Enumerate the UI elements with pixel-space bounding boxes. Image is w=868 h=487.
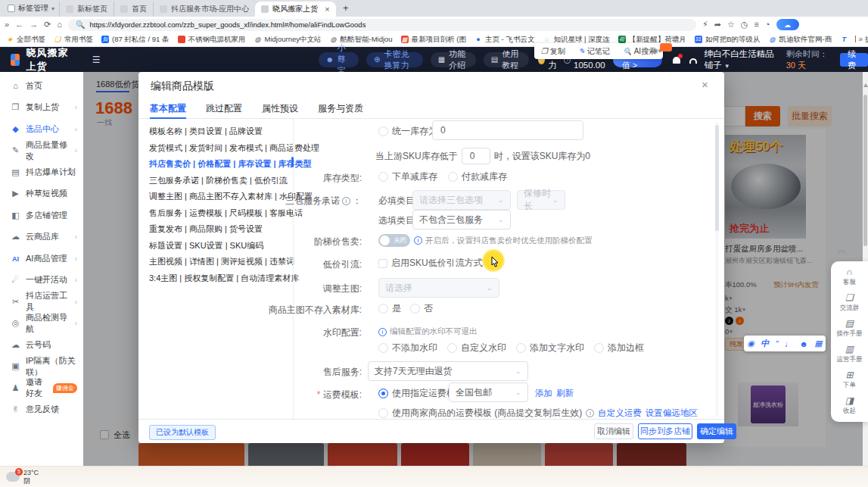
bookmark-item[interactable]: 不锈钢电源机家用 [178,35,246,45]
unified-stock-input[interactable]: 0 [432,120,583,140]
clipboard-tool-button[interactable]: 复制 [541,46,565,57]
sidebar-item[interactable]: 云号码 [0,334,83,356]
watermark-radio[interactable]: 不添加水印 [378,342,437,354]
modal-scrollbar-thumb[interactable] [715,125,719,231]
sync-stores-button[interactable]: 同步到多店铺 [638,423,692,439]
cancel-edit-button[interactable]: 取消编辑 [594,423,633,439]
sidebar-item[interactable]: 多店铺管理 [0,204,83,226]
extensions-overflow-icon[interactable]: » [5,20,9,29]
header-pill-button[interactable]: ⊕ 卡密兑换算力 [366,52,423,67]
tier-price-toggle[interactable]: 关闭 [378,234,410,247]
notification-bell-icon[interactable] [673,55,680,64]
lightning-icon[interactable]: ⚡ [702,20,708,29]
helper-panel-item[interactable]: 客服 [831,264,868,290]
bookmark-item[interactable]: 常用书签 [54,35,93,45]
new-tab-button[interactable]: + [339,2,353,15]
modal-menu-item[interactable]: 发货模式 | 发货时间 | 发布模式 | 商品运费处理 [149,140,282,157]
header-link-button[interactable]: ▤ 使用教程 [484,52,529,67]
sidebar-item[interactable]: 云商品库 › [0,226,83,248]
freight-radio2[interactable] [378,408,388,418]
modal-menu-item[interactable]: 模板名称 | 类目设置 | 品牌设置 [149,123,282,140]
main-img-lib-radio[interactable]: 是 [378,302,401,315]
modal-tab[interactable]: 基本配置 [150,99,186,118]
watermark-radio[interactable]: 添加文字水印 [516,342,584,354]
sidebar-item[interactable]: 复制上货 › [0,97,83,119]
watermark-radio[interactable]: 添加边框 [594,342,644,354]
remote-area-link[interactable]: 设置偏远地区 [646,407,698,419]
modal-tab[interactable]: 属性预设 [262,99,298,118]
sidebar-item[interactable]: 意见反馈 [0,399,83,421]
home-icon[interactable]: ⌂ [57,20,62,29]
sidebar-item[interactable]: AI商品管理 › [0,248,83,270]
main-img-lib-radio[interactable]: 否 [410,302,433,315]
low-price-checkbox-row[interactable]: 启用SKU低价引流方式 [378,257,483,270]
scrollbar-up-arrow[interactable] [863,83,868,87]
bookmark-item[interactable]: (87 封私信 / 91 条 [101,35,170,45]
plugin-tool-icon[interactable] [761,338,769,349]
confirm-edit-button[interactable]: 确定编辑 [697,423,736,439]
close-icon[interactable]: × [702,78,708,91]
weather-widget[interactable]: 5 23°C 阴 [6,469,39,485]
sidebar-item[interactable]: 首页 [0,75,83,97]
custom-freight-link[interactable]: 自定义运费 [598,407,642,419]
sidebar-item[interactable]: 商品检测导航 › [0,313,83,335]
unified-stock-radio[interactable] [378,126,388,136]
low-stock-input[interactable]: 0 [462,148,490,164]
forward-icon[interactable]: → [30,20,38,29]
clipboard-tool-button[interactable]: 记笔记 [578,46,609,57]
sidebar-item[interactable]: 商品批量修改 › [0,140,83,162]
helper-panel-item[interactable]: 运营手册 [831,342,868,367]
freight-radio1[interactable] [378,389,388,398]
bookmark-item[interactable]: Midjourney中文站 [254,35,322,45]
share-icon[interactable]: ➦ [714,20,721,29]
after-sale-select[interactable]: 支持7天无理由退货⌄ [368,361,528,381]
sidebar-item[interactable]: 选品中心 › [0,118,83,140]
sidebar-item[interactable]: 种草短视频 [0,183,83,205]
modal-tab[interactable]: 跳过配置 [206,99,242,118]
sidebar-item[interactable]: 抖店爆单计划 [0,161,83,183]
helper-panel-item[interactable]: 交流群 [831,290,868,316]
sidebar-item[interactable]: 抖店运营工具 › [0,291,83,313]
bookmark-item[interactable]: 凯迪软件官网-商 [768,35,832,45]
freight-template-select[interactable]: 全国包邮⌄ [449,382,528,402]
modal-tab[interactable]: 服务与资质 [318,99,363,118]
url-bar[interactable]: 🔍 https://xfdyorder.zzbtool.com/zzb_supe… [68,19,696,31]
tab-close-icon[interactable]: × [325,5,329,14]
sidebar-item[interactable]: 邀请好友 赚佣金 [0,377,83,399]
bookmark-item[interactable]: 主页 - 飞书云文 [474,35,534,45]
three-pack-select[interactable]: 请选择三包选项⌄ [412,190,511,210]
sidebar-item[interactable]: IP隔离（防关联） [0,356,83,378]
page-scrollbar-thumb[interactable] [863,95,867,246]
bookmark-item[interactable]: 全部书签 [6,35,45,45]
plugin-tool-icon[interactable] [785,339,793,348]
stock-type-radio[interactable]: 下单减库存 [378,170,437,183]
browser-tab[interactable]: 晓风搬家上货 × [255,2,335,17]
add-link[interactable]: 添加 [535,388,552,399]
stock-type-radio[interactable]: 付款减库存 [448,170,507,183]
browser-tab[interactable]: 首页 [114,2,153,17]
optional-select[interactable]: 不包含三包服务⌄ [412,210,511,229]
customer-service-icon[interactable] [689,58,696,64]
bookmark-item[interactable]: 最新项目剖析 (图 [401,35,466,45]
warranty-select[interactable]: 保修时长⌄ [517,190,565,210]
plugin-tool-icon[interactable] [747,339,754,348]
helper-panel-item[interactable]: 下单 [831,367,868,393]
default-template-button[interactable]: 已设为默认模板 [149,425,216,440]
header-pill-button[interactable]: ☻ 小尊宝 [319,52,359,67]
modal-menu-item[interactable]: 抖店售卖价 | 价格配置 | 库存设置 | 库存类型 [149,156,282,173]
renew-button[interactable]: 续费 [840,53,868,67]
browser-tab[interactable]: 抖店服务市场-应用中心 [153,2,255,17]
sidebar-item[interactable]: 一键开活动 › [0,270,83,292]
helper-panel-item[interactable]: 操作手册 [831,316,868,342]
profile-icon[interactable]: ◔ [765,20,770,29]
helper-panel-item[interactable]: 收起 [831,393,868,419]
clipboard-tool-button[interactable]: AI搜索 [623,46,656,57]
back-icon[interactable]: ← [15,20,23,29]
bookmarks-overflow-icon[interactable]: » [856,35,865,43]
refresh-link[interactable]: 刷新 [556,388,574,399]
bookmark-star-icon[interactable]: ☆ [727,20,735,29]
shop-selector[interactable]: 绅白不白生活精品铺子 ▼ [705,48,779,71]
tab-manager-button[interactable]: 标签管理 ▾ [3,2,59,15]
reload-icon[interactable]: ⟳ [44,20,51,29]
watermark-radio[interactable]: 自定义水印 [447,342,506,354]
